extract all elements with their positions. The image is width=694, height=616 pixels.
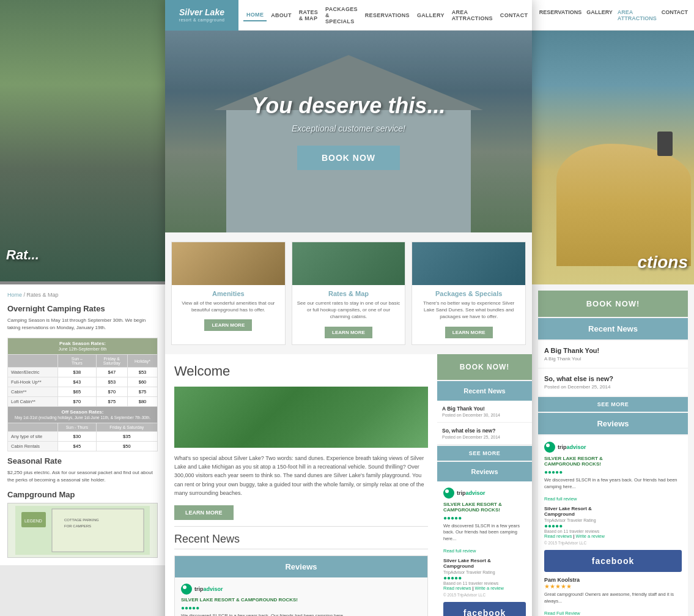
svg-text:LEGEND: LEGEND xyxy=(24,519,42,523)
right-nav: RESERVATIONS GALLERY AREAATTRACTIONS CON… xyxy=(532,0,694,31)
peak-col-sun: Sun –Thurs xyxy=(58,355,97,368)
sidebar-ta-logo: tripadvisor xyxy=(443,488,526,499)
nav-rates[interactable]: RATES& MAP xyxy=(296,7,321,24)
sidebar-ta-count: Based on 11 traveler reviews xyxy=(443,581,526,585)
feature-card-rates: Rates & Map See our current rates to sta… xyxy=(292,242,406,345)
sidebar-reviews-content: tripadvisor SILVER LAKE RESORT &CAMPGROU… xyxy=(437,481,532,616)
nav-area[interactable]: AREAATTRACTIONS xyxy=(449,7,496,24)
peak-rates-table: Peak Season Rates: June 12th-September 6… xyxy=(7,338,158,451)
packages-title: Packages & Specials xyxy=(412,285,525,300)
left-overlay-page: Silver Lake resort & campground HOME ABO… xyxy=(0,0,165,616)
ta-review-text: We discovered SLSCR in a few years back.… xyxy=(181,613,421,616)
off-col-sun: Sun - Thurs xyxy=(58,423,97,432)
peak-header: Peak Season Rates: June 12th-September 6… xyxy=(8,338,158,355)
recent-news-divider: Recent News xyxy=(174,526,428,549)
right-overlay-page: RESERVATIONS GALLERY AREAATTRACTIONS CON… xyxy=(532,0,694,616)
left-photo-section: Silver Lake resort & campground HOME ABO… xyxy=(0,0,165,284)
nav-packages[interactable]: PACKAGES& SPECIALS xyxy=(322,4,361,27)
seasonal-text: $2,250 plus electric. Ask for our season… xyxy=(7,469,158,484)
table-row: Loft Cabin** $70 $75 $80 xyxy=(8,397,158,407)
svg-rect-3 xyxy=(52,509,144,552)
right-photo-section: RESERVATIONS GALLERY AREAATTRACTIONS CON… xyxy=(532,0,694,284)
right-ta-links: Read reviews | Write a review xyxy=(544,533,682,539)
welcome-body: What's so special about Silver Lake? Two… xyxy=(174,454,428,498)
rates-btn[interactable]: LEARN MORE xyxy=(325,327,372,338)
main-logo-subtitle: resort & campground xyxy=(179,18,225,22)
main-site: Silver Lake resort & campground HOME ABO… xyxy=(165,0,532,616)
right-nav-area[interactable]: AREAATTRACTIONS xyxy=(618,9,657,21)
off-season-header: Off Season Rates: May 1st-31st (excludin… xyxy=(8,407,158,423)
overnight-intro: Camping Season is May 1st through Septem… xyxy=(7,317,158,332)
right-news-item-2: So, what else is new? Posted on December… xyxy=(538,369,688,396)
breadcrumb-home[interactable]: Home xyxy=(7,292,22,298)
news-date-1: Posted on December 30, 2014 xyxy=(442,413,527,417)
main-nav-links: HOME ABOUT RATES& MAP PACKAGES& SPECIALS… xyxy=(238,4,536,27)
amenities-btn[interactable]: LEARN MORE xyxy=(204,319,252,331)
breadcrumb: Home / Rates & Map xyxy=(7,292,158,298)
right-see-more[interactable]: SEE MORE xyxy=(538,397,688,412)
nav-home[interactable]: HOME xyxy=(243,9,267,21)
right-nav-contact[interactable]: CONTACT xyxy=(662,9,688,21)
right-ta-copyright: © 2015 TripAdvisor LLC xyxy=(544,541,682,545)
peak-col-holiday: Holiday* xyxy=(128,355,158,368)
sidebar-ta-read[interactable]: Read full review xyxy=(443,548,476,554)
hero-overlay: You deserve this... Exceptional customer… xyxy=(165,31,532,232)
right-ta-stars: ●●●●● xyxy=(544,469,682,475)
right-ta-review: We discovered SLSCR in a few years back.… xyxy=(544,477,682,490)
nav-gallery[interactable]: GALLERY xyxy=(414,10,448,21)
right-ta-read[interactable]: Read full review xyxy=(544,496,577,502)
sidebar-ta-links: Read reviews | Write a review xyxy=(443,585,526,591)
right-recent-news-header: Recent News xyxy=(538,318,688,340)
main-logo-title: Silver Lake xyxy=(179,8,224,17)
right-book-now[interactable]: BOOK NOW! xyxy=(538,291,688,317)
right-bottom-content: BOOK NOW! Recent News A Big Thank You! A… xyxy=(532,284,694,616)
atv-photo-area xyxy=(556,83,691,266)
overnight-title: Overnight Camping Rates xyxy=(7,304,158,313)
sidebar-facebook-btn[interactable]: facebook xyxy=(443,602,526,616)
map-section: Campground Map LEGEND COTTAGE PARKING FO… xyxy=(7,490,158,558)
hero-section: You deserve this... Exceptional customer… xyxy=(165,31,532,232)
nav-contact[interactable]: CONTACT xyxy=(497,10,531,21)
right-reviews-content: tripadvisor SILVER LAKE RESORT &CAMPGROU… xyxy=(538,436,688,616)
welcome-image xyxy=(174,387,428,448)
news-title-1: A Big Thank You! xyxy=(442,406,527,412)
right-ta-rating-label: TripAdvisor Traveler Rating xyxy=(544,518,682,522)
map-image: LEGEND COTTAGE PARKING FOR CAMPERS xyxy=(7,503,158,558)
breadcrumb-current: Rates & Map xyxy=(27,292,59,298)
right-nav-gallery[interactable]: GALLERY xyxy=(586,9,613,21)
tripadvisor-text: tripadvisor xyxy=(194,586,223,592)
right-write-review[interactable]: Write a review xyxy=(576,533,605,539)
packages-btn[interactable]: LEARN MORE xyxy=(445,327,493,338)
map-svg: LEGEND COTTAGE PARKING FOR CAMPERS xyxy=(15,506,150,555)
right-read-reviews[interactable]: Read reviews xyxy=(544,533,572,539)
right-reviewer-stars: ★★★★★ xyxy=(544,583,682,590)
feature-cards: Amenities View all of the wonderful amen… xyxy=(165,232,532,354)
sidebar-write-review[interactable]: Write a review xyxy=(475,585,504,591)
feature-card-packages: Packages & Specials There's no better wa… xyxy=(412,242,526,345)
nav-about[interactable]: ABOUT xyxy=(268,10,295,21)
svg-text:FOR CAMPERS: FOR CAMPERS xyxy=(64,524,91,528)
tripadvisor-logo-row: tripadvisor xyxy=(181,584,421,595)
right-reviewer-quote: Great campground! Owners are awesome, fr… xyxy=(544,592,682,604)
table-row: Any type of site $30 $35 xyxy=(8,432,158,442)
right-read-full[interactable]: Read Full Review xyxy=(544,610,580,616)
packages-desc: There's no better way to experience Silv… xyxy=(412,300,525,325)
rates-desc: See our current rates to stay in one of … xyxy=(292,300,405,325)
sidebar-ta-copyright: © 2015 TripAdvisor LLC xyxy=(443,593,526,597)
book-now-button[interactable]: BOOK NOW! xyxy=(437,354,532,380)
person-silhouette xyxy=(657,132,673,156)
main-nav: Silver Lake resort & campground HOME ABO… xyxy=(165,0,532,31)
news-date-2: Posted on December 25, 2014 xyxy=(442,435,527,439)
right-nav-reservations[interactable]: RESERVATIONS xyxy=(539,9,582,21)
svg-text:COTTAGE PARKING: COTTAGE PARKING xyxy=(64,518,99,522)
left-content: Home / Rates & Map Overnight Camping Rat… xyxy=(0,284,165,565)
right-facebook-btn[interactable]: facebook xyxy=(544,550,682,572)
sidebar-ta-icon xyxy=(443,488,454,499)
right-news-item-1: A Big Thank You! A Big Thank Youl xyxy=(538,341,688,368)
see-more-button[interactable]: SEE MORE xyxy=(437,446,532,461)
welcome-learn-button[interactable]: LEARN MORE xyxy=(174,505,234,520)
nav-reservations[interactable]: RESERVATIONS xyxy=(362,10,413,21)
right-ta-rating-name: Silver Lake Resort &Campground xyxy=(544,506,682,517)
sidebar-read-reviews[interactable]: Read reviews xyxy=(443,585,471,591)
hero-cta-button[interactable]: BOOK NOW xyxy=(297,146,400,170)
